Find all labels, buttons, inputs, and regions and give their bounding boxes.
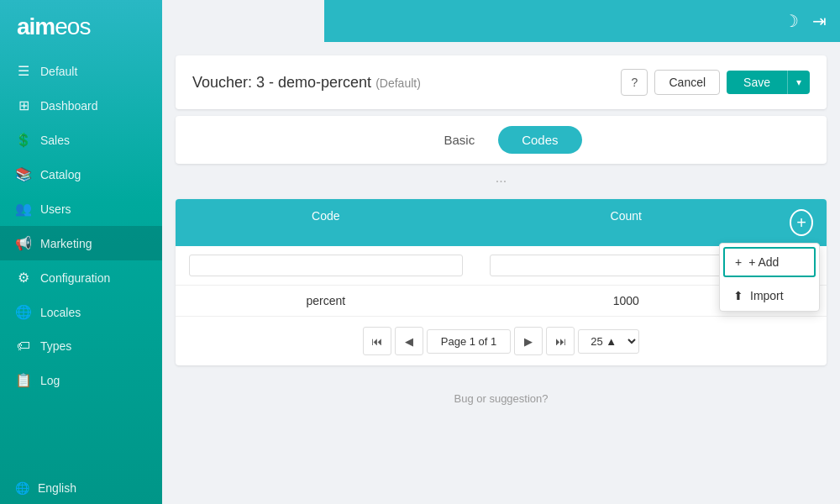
import-icon: ⬆ <box>733 289 743 302</box>
page-title: Voucher: 3 - demo-percent (Default) <box>192 74 421 92</box>
sidebar-language[interactable]: 🌐 English <box>0 472 162 504</box>
sales-icon: 💲 <box>15 132 32 148</box>
header-actions: ? Cancel Save ▾ <box>621 69 810 96</box>
page-info: Page 1 of 1 <box>427 329 512 354</box>
save-button[interactable]: Save <box>727 71 787 94</box>
dropdown-add-item[interactable]: + + Add <box>723 247 816 277</box>
help-button[interactable]: ? <box>621 69 648 96</box>
sidebar-item-label: Sales <box>40 134 70 147</box>
language-icon: 🌐 <box>15 481 29 495</box>
plus-icon: + <box>735 255 742 269</box>
sidebar-item-types[interactable]: 🏷 Types <box>0 329 162 363</box>
footer: Bug or suggestion? <box>162 379 840 418</box>
codes-table: Code Count + percent 1000 <box>176 199 827 365</box>
sidebar-item-sales[interactable]: 💲 Sales <box>0 123 162 157</box>
code-cell-1 <box>176 246 476 285</box>
add-row-button[interactable]: + <box>790 209 813 236</box>
logout-icon[interactable]: ⇥ <box>812 11 827 31</box>
dropdown-import-item[interactable]: ⬆ Import <box>720 281 819 311</box>
pagination: ⏮ ◀ Page 1 of 1 ▶ ⏭ 25 ▲ 50 100 <box>176 317 827 365</box>
types-icon: 🏷 <box>15 339 32 354</box>
sidebar-item-catalog[interactable]: 📚 Catalog <box>0 157 162 192</box>
grid-icon: ☰ <box>15 63 32 79</box>
sidebar-item-log[interactable]: 📋 Log <box>0 363 162 397</box>
code-input-1[interactable] <box>189 255 463 276</box>
sidebar-item-locales[interactable]: 🌐 Locales <box>0 295 162 329</box>
dashboard-icon: ⊞ <box>15 97 32 113</box>
configuration-icon: ⚙ <box>15 270 32 286</box>
sidebar-item-users[interactable]: 👥 Users <box>0 192 162 226</box>
users-icon: 👥 <box>15 201 32 217</box>
last-page-button[interactable]: ⏭ <box>546 327 575 355</box>
sidebar-item-label: Users <box>40 202 71 216</box>
locales-icon: 🌐 <box>15 304 32 320</box>
cancel-button[interactable]: Cancel <box>654 70 720 95</box>
save-button-group: Save ▾ <box>727 71 810 94</box>
sidebar-item-configuration[interactable]: ⚙ Configuration <box>0 260 162 295</box>
section-separator: ··· <box>176 171 827 192</box>
sidebar-item-label: Locales <box>40 306 81 319</box>
add-dropdown-menu: + + Add ⬆ Import <box>719 243 820 312</box>
column-header-code: Code <box>176 199 476 246</box>
sidebar: aimeos ☰ Default ⊞ Dashboard 💲 Sales 📚 C… <box>0 0 162 504</box>
sidebar-item-label: Dashboard <box>40 99 98 113</box>
sidebar-item-default[interactable]: ☰ Default <box>0 54 162 88</box>
sidebar-item-dashboard[interactable]: ⊞ Dashboard <box>0 88 162 123</box>
sidebar-item-label: Configuration <box>40 271 110 285</box>
dark-mode-icon[interactable]: ☽ <box>784 11 799 31</box>
column-header-count: Count <box>476 199 777 246</box>
marketing-icon: 📢 <box>15 235 32 251</box>
catalog-icon: 📚 <box>15 166 32 182</box>
table-actions-header: + <box>776 199 827 246</box>
prev-page-button[interactable]: ◀ <box>395 327 423 355</box>
table-header: Code Count + <box>176 199 827 246</box>
logo: aimeos <box>0 0 162 54</box>
tab-basic[interactable]: Basic <box>420 126 498 154</box>
footer-text: Bug or suggestion? <box>454 392 548 405</box>
sidebar-item-label: Default <box>40 65 77 78</box>
next-page-button[interactable]: ▶ <box>514 327 543 355</box>
logo-text: aimeos <box>17 13 90 39</box>
tabs-card: Basic Codes <box>176 116 827 164</box>
sidebar-item-label: Marketing <box>40 237 92 250</box>
header-card: Voucher: 3 - demo-percent (Default) ? Ca… <box>176 55 827 109</box>
topbar: ☽ ⇥ <box>324 0 840 42</box>
import-label: Import <box>750 289 784 302</box>
sidebar-item-label: Types <box>40 339 71 353</box>
main-content: ☽ ⇥ Voucher: 3 - demo-percent (Default) … <box>162 0 840 504</box>
per-page-select[interactable]: 25 ▲ 50 100 <box>578 329 639 354</box>
log-icon: 📋 <box>15 372 32 388</box>
code-cell-2: percent <box>176 286 476 316</box>
save-dropdown-button[interactable]: ▾ <box>787 71 810 94</box>
sidebar-item-label: Log <box>40 374 60 387</box>
default-badge: (Default) <box>375 76 421 90</box>
sidebar-nav: ☰ Default ⊞ Dashboard 💲 Sales 📚 Catalog … <box>0 54 162 472</box>
content-area: Voucher: 3 - demo-percent (Default) ? Ca… <box>162 42 840 379</box>
sidebar-item-label: Catalog <box>40 168 81 181</box>
sidebar-item-marketing[interactable]: 📢 Marketing <box>0 226 162 260</box>
language-label: English <box>38 481 76 495</box>
first-page-button[interactable]: ⏮ <box>363 327 391 355</box>
tab-codes[interactable]: Codes <box>498 126 581 154</box>
